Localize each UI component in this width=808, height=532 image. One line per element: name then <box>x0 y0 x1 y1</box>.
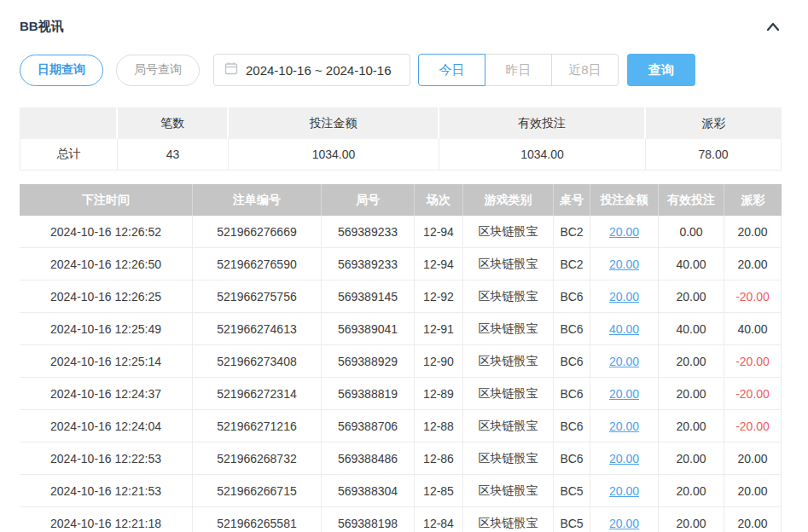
summary-total-row: 总计 43 1034.00 1034.00 78.00 <box>20 139 782 171</box>
cell-round-no: 569388486 <box>322 442 415 475</box>
cell-round-no: 569388304 <box>322 475 415 507</box>
cell-payout: -20.00 <box>724 410 782 442</box>
collapse-panel-button[interactable] <box>764 18 782 35</box>
cell-session: 12-84 <box>415 507 463 532</box>
cell-ticket-no: 521966273408 <box>193 345 322 378</box>
quick-date-button[interactable]: 昨日 <box>485 54 552 86</box>
date-range-picker[interactable]: 2024-10-16 ~ 2024-10-16 <box>213 54 410 86</box>
cell-table-no: BC6 <box>554 442 590 475</box>
cell-valid-bet: 20.00 <box>659 280 724 313</box>
round-query-tab[interactable]: 局号查询 <box>116 55 200 86</box>
cell-payout: -20.00 <box>724 345 782 378</box>
col-header-session: 场次 <box>415 184 463 216</box>
summary-total-bet-amount: 1034.00 <box>229 139 439 171</box>
cell-valid-bet: 20.00 <box>659 442 724 475</box>
cell-session: 12-94 <box>415 248 463 280</box>
cell-bet-time: 2024-10-16 12:22:53 <box>20 442 193 475</box>
records-table-body: 2024-10-16 12:26:52521966276669569389233… <box>20 216 782 532</box>
cell-session: 12-88 <box>415 410 463 442</box>
cell-valid-bet: 20.00 <box>659 410 724 442</box>
cell-table-no: BC5 <box>554 475 590 507</box>
cell-valid-bet: 0.00 <box>659 216 724 248</box>
calendar-icon <box>224 61 238 78</box>
cell-payout: 20.00 <box>724 507 782 532</box>
bet-amount-link[interactable]: 20.00 <box>609 517 639 530</box>
cell-table-no: BC2 <box>554 216 590 248</box>
col-header-round-no: 局号 <box>322 184 415 216</box>
cell-game-type: 区块链骰宝 <box>463 378 554 410</box>
cell-round-no: 569388198 <box>322 507 415 532</box>
cell-round-no: 569389233 <box>322 248 415 280</box>
cell-ticket-no: 521966276669 <box>193 216 322 248</box>
search-button[interactable]: 查询 <box>627 54 695 86</box>
summary-header-blank <box>20 107 118 139</box>
cell-game-type: 区块链骰宝 <box>463 475 554 507</box>
table-row: 2024-10-16 12:21:53521966266715569388304… <box>20 475 782 507</box>
quick-date-button[interactable]: 今日 <box>418 54 485 86</box>
summary-header-payout: 派彩 <box>646 107 782 139</box>
cell-bet-amount: 20.00 <box>590 378 659 410</box>
cell-payout: 20.00 <box>724 442 782 475</box>
cell-payout: -20.00 <box>724 280 782 313</box>
summary-total-count: 43 <box>118 139 229 171</box>
cell-table-no: BC2 <box>554 248 590 280</box>
cell-valid-bet: 20.00 <box>659 345 724 378</box>
summary-total-valid-bet: 1034.00 <box>439 139 646 171</box>
cell-game-type: 区块链骰宝 <box>463 216 554 248</box>
table-row: 2024-10-16 12:21:18521966265581569388198… <box>20 507 782 532</box>
cell-round-no: 569389041 <box>322 313 415 345</box>
cell-ticket-no: 521966272314 <box>193 378 322 410</box>
cell-valid-bet: 20.00 <box>659 378 724 410</box>
cell-valid-bet: 20.00 <box>659 507 724 532</box>
table-row: 2024-10-16 12:26:50521966276590569389233… <box>20 248 782 280</box>
col-header-payout: 派彩 <box>724 184 782 216</box>
cell-table-no: BC6 <box>554 410 590 442</box>
cell-bet-time: 2024-10-16 12:21:18 <box>20 507 193 532</box>
filter-toolbar: 日期查询 局号查询 2024-10-16 ~ 2024-10-16 今日昨日近8… <box>20 54 782 86</box>
cell-ticket-no: 521966275756 <box>193 280 322 313</box>
cell-payout: 20.00 <box>724 248 782 280</box>
cell-table-no: BC6 <box>554 313 590 345</box>
cell-game-type: 区块链骰宝 <box>463 248 554 280</box>
cell-ticket-no: 521966276590 <box>193 248 322 280</box>
cell-bet-time: 2024-10-16 12:26:50 <box>20 248 193 280</box>
bet-amount-link[interactable]: 40.00 <box>609 322 639 336</box>
cell-game-type: 区块链骰宝 <box>463 507 554 532</box>
bet-amount-link[interactable]: 20.00 <box>609 452 639 466</box>
cell-bet-amount: 20.00 <box>590 507 659 532</box>
bb-video-panel: BB视讯 日期查询 局号查询 2024-10-16 ~ 2024-10-16 今… <box>0 17 808 532</box>
bet-amount-link[interactable]: 20.00 <box>609 484 639 498</box>
date-range-value: 2024-10-16 ~ 2024-10-16 <box>246 63 392 78</box>
col-header-bet-amount: 投注金额 <box>590 184 659 216</box>
col-header-ticket-no: 注单编号 <box>193 184 322 216</box>
summary-total-payout: 78.00 <box>646 139 782 171</box>
panel-header: BB视讯 <box>20 17 782 36</box>
bet-amount-link[interactable]: 20.00 <box>609 419 639 433</box>
table-row: 2024-10-16 12:24:37521966272314569388819… <box>20 378 782 410</box>
cell-session: 12-90 <box>415 345 463 378</box>
cell-session: 12-86 <box>415 442 463 475</box>
cell-session: 12-91 <box>415 313 463 345</box>
bet-amount-link[interactable]: 20.00 <box>609 225 639 239</box>
col-header-table-no: 桌号 <box>554 184 590 216</box>
cell-ticket-no: 521966268732 <box>193 442 322 475</box>
cell-payout: 40.00 <box>724 313 782 345</box>
cell-ticket-no: 521966265581 <box>193 507 322 532</box>
bet-amount-link[interactable]: 20.00 <box>609 290 639 304</box>
bet-amount-link[interactable]: 20.00 <box>609 387 639 401</box>
table-row: 2024-10-16 12:25:49521966274613569389041… <box>20 313 782 345</box>
quick-date-button[interactable]: 近8日 <box>551 54 619 86</box>
cell-bet-amount: 20.00 <box>590 345 659 378</box>
col-header-game-type: 游戏类别 <box>463 184 554 216</box>
table-row: 2024-10-16 12:25:14521966273408569388929… <box>20 345 782 378</box>
cell-session: 12-89 <box>415 378 463 410</box>
bet-amount-link[interactable]: 20.00 <box>609 355 639 368</box>
cell-ticket-no: 521966274613 <box>193 313 322 345</box>
cell-round-no: 569389233 <box>322 216 415 248</box>
table-row: 2024-10-16 12:26:25521966275756569389145… <box>20 280 782 313</box>
date-query-tab[interactable]: 日期查询 <box>20 55 103 86</box>
cell-bet-time: 2024-10-16 12:26:25 <box>20 280 193 313</box>
col-header-bet-time: 下注时间 <box>20 184 193 216</box>
cell-bet-amount: 20.00 <box>590 442 659 475</box>
bet-amount-link[interactable]: 20.00 <box>609 257 639 271</box>
